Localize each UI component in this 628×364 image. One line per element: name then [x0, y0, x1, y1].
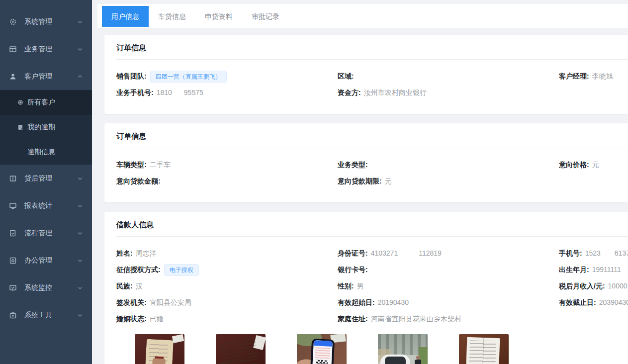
field-label: 销售团队:	[116, 72, 147, 80]
id-card-photo-content	[145, 339, 174, 364]
chevron-up-icon	[77, 74, 83, 80]
field-value: 二手车	[150, 161, 171, 169]
sidebar-item-system-tools[interactable]: 系统工具	[0, 301, 92, 329]
tab-car-loan-info[interactable]: 车贷信息	[149, 6, 195, 27]
field-value: 宜阳县公安局	[150, 298, 191, 306]
sidebar-item-customer-mgmt[interactable]: 客户管理	[0, 63, 92, 90]
thumbnail-car-person[interactable]: 人车合影	[378, 334, 428, 364]
sidebar-item-post-loan-mgmt[interactable]: 贷后管理	[0, 165, 92, 192]
sidebar-item-process-mgmt[interactable]: 流程管理	[0, 219, 92, 247]
id-card-photo[interactable]	[135, 334, 184, 364]
field-label: 车辆类型:	[116, 161, 147, 169]
chevron-down-icon	[77, 176, 83, 182]
thumbnail-id-card[interactable]: 人像面	[135, 334, 184, 364]
square-circle-icon	[9, 257, 17, 265]
phone-qr-photo[interactable]	[297, 334, 347, 364]
sidebar-item-system-mgmt[interactable]: 系统管理	[0, 8, 92, 35]
notebook-icon	[17, 124, 24, 131]
field-value: 周志洋	[136, 249, 157, 257]
sidebar-item-business-mgmt[interactable]: 业务管理	[0, 35, 92, 63]
field-vehicle-type: 车辆类型:二手车	[116, 161, 338, 170]
qr-code	[316, 360, 328, 364]
field-value: 10000	[608, 282, 628, 290]
sidebar-item-label: 系统工具	[24, 311, 77, 320]
field-value: 元	[385, 177, 392, 185]
paper-doc-photo[interactable]	[459, 334, 509, 364]
tab-loan-docs[interactable]: 申贷资料	[195, 6, 242, 27]
field-value: 男	[357, 282, 364, 290]
field-value: 15236137	[585, 249, 628, 257]
field-business-phone: 业务手机号:181095575	[116, 89, 338, 97]
field-mobile: 手机号:15236137	[559, 249, 628, 258]
field-row: 姓名:周志洋身份证号:4103271112819手机号:15236137	[116, 245, 628, 262]
field-value: 河南省宜阳县花果山乡木柴村	[371, 315, 461, 323]
book-icon	[9, 175, 17, 182]
field-label: 区域:	[338, 72, 354, 80]
field-sales-team: 销售团队:四团一营（直属王鹏飞）	[116, 71, 338, 83]
car-person-photo[interactable]	[378, 334, 428, 364]
doc-edit-icon	[9, 229, 17, 237]
toolbox-icon	[9, 311, 17, 319]
field-value: 汝州市农村商业银行	[364, 89, 427, 96]
wheel-icon	[17, 99, 24, 106]
field-row: 婚姻状态:已婚家庭住址:河南省宜阳县花果山乡木柴村	[116, 311, 628, 327]
field-row: 征信授权方式:电子授权银行卡号:出生年月:19911111	[116, 262, 628, 278]
detail-panel: 订单信息销售团队:四团一营（直属王鹏飞）区域:客户经理:李晓旭业务手机号:181…	[92, 29, 628, 364]
sidebar-item-label: 系统监控	[24, 283, 77, 292]
chevron-down-icon	[77, 285, 83, 291]
sidebar-subitem-my-overdue[interactable]: 我的逾期	[0, 115, 92, 140]
field-label: 有效起始日:	[338, 298, 375, 306]
field-value: 19911111	[592, 266, 621, 273]
sidebar-item-report-stats[interactable]: 报表统计	[0, 192, 92, 219]
sidebar-subitem-label: 我的逾期	[27, 123, 55, 132]
tab-user-info[interactable]: 用户信息	[102, 6, 149, 27]
sidebar-item-office-mgmt[interactable]: 办公管理	[0, 247, 92, 274]
card-order-info-1: 订单信息销售团队:四团一营（直属王鹏飞）区域:客户经理:李晓旭业务手机号:181…	[104, 35, 628, 114]
person-silhouette	[415, 360, 421, 364]
gear-icon	[9, 18, 17, 26]
field-id-number: 身份证号:4103271112819	[338, 249, 559, 258]
sidebar-item-label: 系统管理	[24, 17, 77, 26]
field-value: 20390430	[599, 298, 628, 306]
field-row: 销售团队:四团一营（直属王鹏飞）区域:客户经理:李晓旭	[116, 68, 628, 85]
card-title: 订单信息	[104, 123, 628, 148]
field-name: 姓名:周志洋	[116, 249, 338, 258]
green-booklet-photo[interactable]	[216, 334, 266, 364]
field-home-address: 家庭住址:河南省宜阳县花果山乡木柴村	[338, 315, 559, 324]
field-label: 家庭住址:	[338, 315, 368, 323]
submenu-customer-mgmt: 所有客户我的逾期逾期信息	[0, 90, 92, 165]
redaction-blob	[398, 249, 418, 257]
field-monthly-income: 税后月收入/元:10000	[559, 282, 628, 291]
redaction-blob	[601, 249, 614, 257]
field-label: 性别:	[338, 282, 354, 290]
field-label: 意向价格:	[559, 161, 589, 169]
thumbnail-phone-qr[interactable]: 授权二维码	[297, 334, 347, 364]
tab-approval-records[interactable]: 审批记录	[242, 6, 289, 27]
field-value: 元	[592, 161, 599, 169]
field-label: 身份证号:	[338, 249, 368, 257]
sidebar-subitem-all-customers[interactable]: 所有客户	[0, 90, 92, 115]
field-label: 客户经理:	[559, 72, 589, 80]
thumbnail-paper-doc[interactable]: 其他材料	[459, 334, 509, 364]
sidebar-subitem-overdue-info[interactable]: 逾期信息	[0, 140, 92, 165]
field-label: 民族:	[116, 282, 133, 290]
chevron-down-icon	[77, 312, 83, 318]
wheel-icon	[17, 99, 24, 106]
sidebar-item-label: 贷后管理	[24, 174, 77, 183]
sidebar-item-label: 报表统计	[24, 201, 77, 210]
monitor-check-icon	[9, 284, 17, 292]
field-intent-loan-term: 意向贷款期限:元	[338, 177, 559, 186]
field-valid-to: 有效截止日:20390430	[559, 298, 628, 307]
main-content: 用户信息车贷信息申贷资料审批记录 订单信息销售团队:四团一营（直属王鹏飞）区域:…	[92, 0, 628, 364]
sidebar-item-system-monitor[interactable]: 系统监控	[0, 274, 92, 301]
thumbnail-green-booklet[interactable]: 户口本照片	[216, 334, 266, 364]
field-label: 意向贷款期限:	[338, 177, 382, 185]
field-value: 李晓旭	[592, 72, 613, 80]
sidebar-item-label: 办公管理	[24, 256, 77, 265]
field-label: 业务手机号:	[116, 89, 154, 96]
field-label: 业务类型:	[338, 161, 368, 169]
monitor-icon	[9, 202, 17, 210]
field-value: 汉	[136, 282, 143, 290]
field-account-manager: 客户经理:李晓旭	[559, 72, 628, 81]
field-label: 税后月收入/元:	[559, 282, 605, 290]
